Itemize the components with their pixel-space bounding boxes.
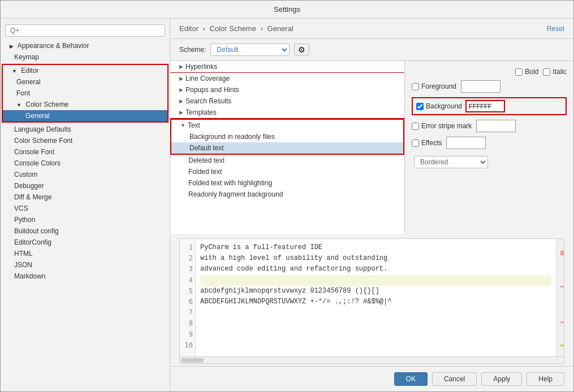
italic-checkbox[interactable] bbox=[543, 68, 550, 76]
ok-button[interactable]: OK bbox=[394, 372, 428, 386]
reset-button[interactable]: Reset bbox=[547, 25, 564, 33]
sidebar-item-editorconfig[interactable]: EditorConfig bbox=[1, 237, 170, 248]
sidebar-item-label: Diff & Merge bbox=[14, 193, 51, 201]
code-line-6: ABCDEFGHIJKLMNOPQRSTUVWXYZ +-*/= .,;:!? … bbox=[200, 297, 551, 307]
scroll-mark-1 bbox=[560, 251, 564, 255]
tree-item-folded-text-highlight[interactable]: Folded text with highlighting bbox=[170, 177, 404, 189]
sidebar-item-label: Editor bbox=[21, 67, 38, 75]
bottom-bar: OK Cancel Apply Help bbox=[170, 366, 573, 391]
arrow-icon: ▶ bbox=[179, 64, 183, 69]
foreground-checkbox[interactable] bbox=[412, 83, 419, 90]
tree-item-popups-hints[interactable]: ▶ Popups and Hints bbox=[170, 84, 404, 95]
preview-scrollbar[interactable] bbox=[556, 239, 564, 356]
tree-item-templates[interactable]: ▶ Templates bbox=[170, 107, 404, 119]
tree-item-folded-text[interactable]: Folded text bbox=[170, 166, 404, 177]
background-label: Background bbox=[426, 102, 462, 110]
error-stripe-color-input[interactable] bbox=[476, 120, 516, 132]
background-checkbox[interactable] bbox=[416, 103, 424, 110]
tree-item-bg-readonly[interactable]: Background in readonly files bbox=[171, 131, 403, 142]
sidebar-item-label: Debugger bbox=[14, 182, 44, 190]
h-scrollbar-thumb bbox=[181, 358, 204, 363]
sidebar-item-console-font[interactable]: Console Font bbox=[1, 146, 170, 158]
bold-label: Bold bbox=[525, 68, 538, 76]
bold-checkbox-label[interactable]: Bold bbox=[515, 68, 538, 76]
gear-button[interactable]: ⚙ bbox=[294, 43, 309, 56]
sidebar-item-label: EditorConfig bbox=[14, 238, 51, 246]
scheme-select[interactable]: Default Classic Light Darcula High Contr… bbox=[210, 43, 290, 56]
code-line-7 bbox=[200, 307, 551, 318]
sidebar-item-editor[interactable]: Editor bbox=[3, 65, 167, 76]
background-row: Background bbox=[412, 97, 567, 115]
sidebar-item-html[interactable]: HTML bbox=[1, 248, 170, 259]
tree-item-label: Deleted text bbox=[188, 156, 225, 164]
tree-item-deleted-text[interactable]: Deleted text bbox=[170, 155, 404, 166]
sidebar-item-label: VCS bbox=[14, 204, 28, 212]
breadcrumb-editor: Editor bbox=[179, 24, 198, 33]
error-stripe-checkbox[interactable] bbox=[412, 123, 419, 130]
effects-color-input[interactable] bbox=[446, 137, 486, 149]
arrow-icon: ▶ bbox=[179, 76, 183, 81]
background-checkbox-label[interactable]: Background bbox=[416, 102, 462, 110]
sidebar-item-label: General bbox=[16, 78, 41, 86]
sidebar-item-console-colors[interactable]: Console Colors bbox=[1, 158, 170, 169]
effects-checkbox-label[interactable]: Effects bbox=[412, 139, 442, 147]
sidebar-item-color-scheme-general[interactable]: General bbox=[3, 110, 167, 121]
sidebar-item-json[interactable]: JSON bbox=[1, 259, 170, 271]
background-color-input[interactable] bbox=[465, 100, 505, 112]
sidebar-item-label: Python bbox=[14, 216, 35, 224]
effects-checkbox[interactable] bbox=[412, 140, 419, 147]
cancel-button[interactable]: Cancel bbox=[432, 372, 477, 386]
sidebar-item-color-scheme-font[interactable]: Color Scheme Font bbox=[1, 135, 170, 146]
sidebar-item-label: Color Scheme Font bbox=[14, 137, 72, 145]
breadcrumb: Editor › Color Scheme › General Reset bbox=[170, 19, 573, 39]
sidebar-item-label: Console Font bbox=[14, 148, 54, 156]
tree-item-label: Background in readonly files bbox=[189, 133, 275, 141]
tree-item-line-coverage[interactable]: ▶ Line Coverage bbox=[170, 72, 404, 84]
preview-area: 1 2 3 4 5 6 7 8 9 10 PyCharm is a full-f… bbox=[179, 238, 564, 357]
sidebar-item-python[interactable]: Python bbox=[1, 214, 170, 225]
sidebar-item-custom[interactable]: Custom bbox=[1, 169, 170, 180]
sidebar-item-markdown[interactable]: Markdown bbox=[1, 271, 170, 282]
italic-checkbox-label[interactable]: Italic bbox=[543, 68, 567, 76]
sidebar-item-font[interactable]: Font bbox=[3, 88, 167, 99]
sidebar-item-label: JSON bbox=[14, 261, 32, 269]
scheme-row: Scheme: Default Classic Light Darcula Hi… bbox=[170, 39, 573, 61]
tree-item-label: Popups and Hints bbox=[185, 86, 239, 94]
bordered-select[interactable]: Bordered Underscored Bold Underscored St… bbox=[414, 156, 488, 168]
tree-item-label: Search Results bbox=[185, 97, 231, 105]
error-stripe-checkbox-label[interactable]: Error stripe mark bbox=[412, 122, 472, 130]
sidebar-item-color-scheme[interactable]: Color Scheme bbox=[3, 99, 167, 110]
horizontal-scrollbar[interactable] bbox=[179, 357, 564, 364]
search-input[interactable] bbox=[5, 24, 165, 37]
preview-code: PyCharm is a full-featured IDE with a hi… bbox=[196, 239, 556, 356]
sidebar-item-diff-merge[interactable]: Diff & Merge bbox=[1, 191, 170, 203]
sidebar-item-keymap[interactable]: Keymap bbox=[1, 51, 170, 63]
tree-item-default-text[interactable]: Default text bbox=[171, 142, 403, 154]
main-panel: Editor › Color Scheme › General Reset Sc… bbox=[170, 19, 573, 391]
code-line-9 bbox=[200, 329, 551, 340]
scroll-mark-3 bbox=[560, 321, 564, 323]
foreground-label: Foreground bbox=[421, 82, 456, 90]
arrow-icon: ▶ bbox=[179, 87, 183, 93]
code-line-1: PyCharm is a full-featured IDE bbox=[200, 242, 551, 253]
tree-item-text[interactable]: ▼ Text bbox=[171, 120, 403, 131]
bold-checkbox[interactable] bbox=[515, 68, 523, 76]
tree-item-search-results[interactable]: ▶ Search Results bbox=[170, 95, 404, 107]
scheme-label: Scheme: bbox=[179, 46, 206, 54]
bordered-row: Bordered Underscored Bold Underscored St… bbox=[412, 154, 567, 168]
editor-area: ▶ Hyperlinks ▶ Line Coverage ▶ Popups an… bbox=[170, 61, 573, 234]
sidebar-item-appearance[interactable]: Appearance & Behavior bbox=[1, 40, 170, 51]
apply-button[interactable]: Apply bbox=[481, 372, 522, 386]
tree-item-readonly-fragment[interactable]: Readonly fragment background bbox=[170, 189, 404, 200]
sidebar-item-debugger[interactable]: Debugger bbox=[1, 180, 170, 191]
sidebar-item-vcs[interactable]: VCS bbox=[1, 203, 170, 214]
sidebar-item-buildout[interactable]: Buildout config bbox=[1, 225, 170, 237]
sidebar-item-language-defaults[interactable]: Language Defaults bbox=[1, 124, 170, 135]
foreground-color-input[interactable] bbox=[461, 80, 500, 93]
sidebar-item-general[interactable]: General bbox=[3, 76, 167, 88]
code-line-5: abcdefghijklmnopqrstuvwxyz 0123456789 ()… bbox=[200, 286, 551, 297]
help-button[interactable]: Help bbox=[526, 372, 564, 386]
tree-item-hyperlinks[interactable]: ▶ Hyperlinks bbox=[170, 61, 404, 72]
sidebar-item-label: Color Scheme bbox=[25, 101, 68, 108]
foreground-checkbox-label[interactable]: Foreground bbox=[412, 82, 456, 90]
